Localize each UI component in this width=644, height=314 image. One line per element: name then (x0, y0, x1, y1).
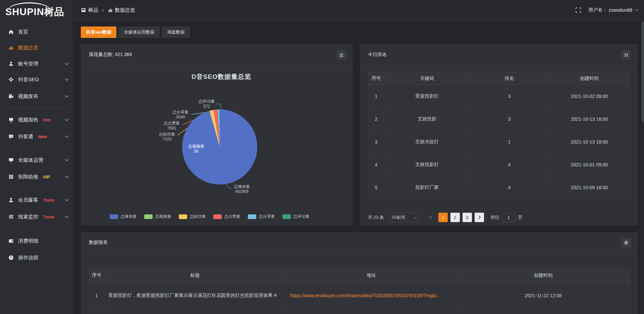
table-cell: 2021-10-02 09:00 (549, 85, 630, 108)
report-column-header: 标题 (104, 268, 286, 283)
pie-label-value: 402909 (234, 189, 250, 194)
page-scrollbar[interactable] (641, 0, 644, 314)
fullscreen-icon[interactable] (576, 7, 581, 13)
sidebar-item-6[interactable]: 视频加热Hot (0, 113, 73, 126)
data-source-tabs: 抖音seo数据全媒体运营数据询盘数据 (81, 27, 190, 38)
report-title-cell: 景观投影灯，夜游景观投影灯厂家展示展示落花灯在花园里的灯光投影应用效果 # (104, 283, 286, 308)
sidebar-item-13[interactable]: ?操作说明 (0, 251, 73, 264)
sidebar-item-1[interactable]: 首页 (0, 25, 73, 39)
report-header-row: 序号标题地址创建时间 (89, 268, 630, 283)
prev-page-button[interactable] (426, 213, 436, 222)
table-cell: 2021-10-01 09:00 (549, 153, 630, 176)
scrollbar-thumb[interactable] (642, 21, 644, 122)
page-button-3[interactable]: 3 (463, 213, 472, 222)
report-column-header: 序号 (89, 268, 104, 283)
table-row[interactable]: 3文旅水纹灯12021-10-13 18:00 (368, 130, 630, 153)
sidebar-item-10[interactable]: 会员爆客Tools (0, 193, 73, 207)
page-size-select[interactable]: 10条/页 (389, 213, 420, 222)
sliders-icon (8, 214, 14, 220)
pie-label-value: 58 (188, 149, 204, 154)
video-camera-icon (8, 93, 14, 99)
pie-label-value: 572 (199, 104, 215, 109)
chevron-down-icon (65, 77, 68, 81)
sidebar-item-badge: Tools (43, 214, 54, 219)
breadcrumb-item-2[interactable]: 数据总览 (108, 7, 135, 13)
sidebar-item-2[interactable]: 数据总览 (0, 41, 73, 54)
table-cell: 4 (470, 176, 549, 199)
table-row[interactable]: 5投影灯厂家42021-10-09 18:00 (368, 176, 630, 199)
table-row-partial (89, 308, 630, 314)
table-row[interactable]: 4文旅投影灯42021-10-01 09:00 (368, 153, 630, 176)
page-button-2[interactable]: 2 (450, 213, 460, 222)
tab-3[interactable]: 询盘数据 (162, 27, 190, 38)
page-button-1[interactable]: 1 (438, 213, 448, 222)
legend-item-总点赞量[interactable]: 总点赞量 (213, 214, 240, 219)
sidebar-item-3[interactable]: 账号管理 (0, 57, 73, 70)
sidebar-item-7[interactable]: 抖客通New (0, 130, 73, 143)
legend-label: 总播放量 (121, 214, 137, 219)
sidebar-item-9[interactable]: 矩阵助推VIP (0, 170, 73, 184)
legend-item-总分享量[interactable]: 总分享量 (248, 214, 275, 219)
sidebar-item-5[interactable]: 视频发布 (0, 90, 73, 103)
table-cell: 2021-10-13 18:00 (549, 108, 630, 130)
user-menu[interactable]: 用户名： zswodun88 (588, 7, 638, 13)
goto-page-input[interactable] (502, 213, 516, 222)
pie-label-name: 总播放量 (234, 184, 250, 189)
legend-item-总粉丝量[interactable]: 总粉丝量 (179, 214, 206, 219)
chevron-down-icon (65, 198, 68, 201)
user-label: 用户名： (588, 7, 607, 13)
breadcrumb-separator: > (102, 8, 104, 13)
sidebar-item-label: 首页 (18, 29, 28, 35)
sidebar-item-12[interactable]: 消费明细 (0, 234, 73, 248)
legend-item-总视频量[interactable]: 总视频量 (144, 214, 171, 219)
legend-label: 总视频量 (155, 214, 171, 219)
table-cell: 4 (368, 153, 384, 176)
sidebar-item-4[interactable]: 抖音SEO (0, 73, 73, 86)
chevron-down-icon (65, 214, 68, 218)
next-page-button[interactable] (475, 213, 484, 222)
chevron-down-icon (635, 7, 639, 11)
topbar-right: 用户名： zswodun88 (576, 0, 638, 20)
table-row[interactable]: 2文旅投影32021-10-13 18:00 (368, 108, 630, 130)
table-cell: 3 (470, 85, 549, 108)
sidebar-item-label: 矩阵助推 (18, 174, 38, 180)
report-table: 序号标题地址创建时间1景观投影灯，夜游景观投影灯厂家展示展示落花灯在花园里的灯光… (89, 268, 630, 314)
user-icon (8, 61, 14, 67)
pie-label-value: 7681 (164, 126, 180, 131)
sidebar-item-8[interactable]: 全媒体运营 (0, 153, 73, 167)
app-logo[interactable]: SHUPIN树品 (5, 5, 69, 19)
total-badge-button[interactable]: 总 (337, 50, 346, 60)
table-row[interactable]: 1景观投影灯，夜游景观投影灯厂家展示展示落花灯在花园里的灯光投影应用效果 #ht… (89, 283, 630, 308)
table-badge-button[interactable]: 表 (622, 238, 631, 248)
table-cell: 景观投影灯 (384, 85, 470, 108)
chevron-down-icon (65, 134, 68, 138)
sidebar-divider (6, 187, 67, 188)
legend-item-总播放量[interactable]: 总播放量 (110, 214, 137, 219)
impressions-total: 展现量总数: 421,369 (89, 44, 132, 65)
breadcrumb-item-1[interactable]: 树品 (81, 7, 98, 13)
screen-icon (8, 117, 14, 123)
legend-item-总评论量[interactable]: 总评论量 (282, 214, 310, 219)
tab-2[interactable]: 全媒体运营数据 (118, 27, 160, 38)
sidebar-item-label: 全媒体运营 (18, 157, 43, 163)
day-badge-button[interactable]: 日 (622, 50, 631, 60)
sidebar: SHUPIN树品 首页数据总览账号管理抖音SEO视频发布视频加热Hot抖客通Ne… (0, 0, 73, 314)
report-index-cell: 1 (89, 283, 104, 308)
table-row[interactable]: 1景观投影灯32021-10-02 09:00 (368, 85, 630, 108)
table-cell: 4 (470, 153, 549, 176)
table-cell: 5 (368, 176, 384, 199)
report-panel: 数据报表 表 序号标题地址创建时间1景观投影灯，夜游景观投影灯厂家展示展示落花灯… (81, 232, 638, 314)
chart-title: D音SEO数据量总览 (192, 72, 251, 81)
legend-label: 总分享量 (259, 214, 275, 219)
monitor-icon (8, 157, 14, 163)
breadcrumb-label: 树品 (88, 7, 98, 13)
pie-label-name: 总点赞量 (164, 121, 180, 126)
sidebar-item-11[interactable]: 线索监控Tools (0, 210, 73, 223)
table-cell: 2021-10-09 18:00 (549, 176, 630, 199)
app-icon (81, 7, 86, 13)
sidebar-item-badge: VIP (43, 174, 50, 179)
tab-1[interactable]: 抖音seo数据 (81, 27, 116, 38)
sidebar-divider (6, 108, 67, 108)
sidebar-item-label: 线索监控 (18, 214, 38, 220)
video-link[interactable]: https://www.iesdouyin.com/share/video/70… (290, 293, 441, 298)
